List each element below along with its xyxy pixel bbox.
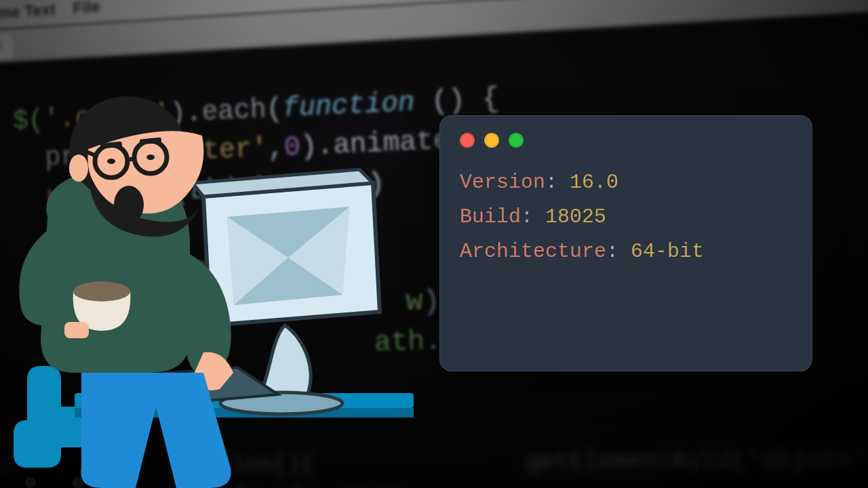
close-icon[interactable] [460,133,475,148]
maximize-icon[interactable] [509,133,524,148]
info-row-build: Build: 18025 [460,200,792,235]
info-row-version: Version: 16.0 [460,165,792,200]
background-code-bottom: 87 fction(){ getElementById('objeto'); 8… [0,403,868,488]
terminal-window: Version: 16.0 Build: 18025 Architecture:… [439,115,812,371]
editor-tab: e.html [0,34,14,62]
menu-file: File [73,0,100,18]
info-row-architecture: Architecture: 64-bit [460,235,792,269]
app-name: me Text [0,0,56,22]
minimize-icon[interactable] [484,133,499,148]
tab-label: e.html [0,39,1,53]
window-controls [460,133,792,148]
